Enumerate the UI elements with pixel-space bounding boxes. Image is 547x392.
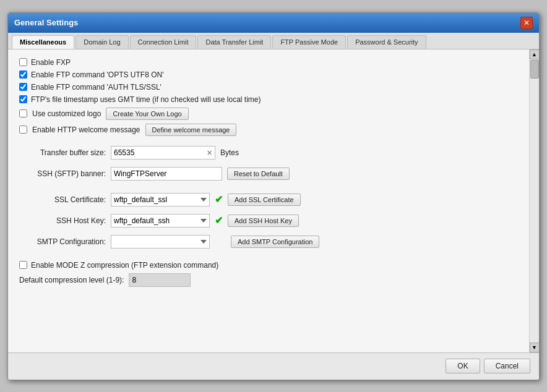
mode-z-label: Enable MODE Z compression (FTP extension… [31, 261, 218, 270]
cancel-button[interactable]: Cancel [484, 359, 530, 373]
enable-auth-tls-checkbox[interactable] [19, 83, 27, 91]
use-customized-logo-checkbox[interactable] [19, 109, 27, 117]
gmt-timestamp-label: FTP's file timestamp uses GMT time (if n… [31, 95, 261, 104]
enable-opts-utf8-row: Enable FTP command 'OPTS UTF8 ON' [19, 70, 528, 79]
enable-welcome-message-checkbox[interactable] [19, 126, 27, 134]
ssh-host-key-row: SSH Host Key: wftp_default_ssh ✔ Add SSH… [19, 214, 528, 228]
transfer-buffer-label: Transfer buffer size: [19, 148, 106, 157]
enable-auth-tls-label: Enable FTP command 'AUTH TLS/SSL' [31, 83, 162, 92]
close-button[interactable]: ✕ [520, 17, 533, 29]
enable-opts-utf8-label: Enable FTP command 'OPTS UTF8 ON' [31, 70, 163, 79]
add-ssh-host-key-button[interactable]: Add SSH Host Key [228, 215, 299, 227]
window-title: General Settings [14, 18, 78, 27]
ssl-certificate-check-icon: ✔ [215, 194, 223, 205]
smtp-config-label: SMTP Configuration: [19, 237, 106, 246]
gmt-timestamp-checkbox[interactable] [19, 95, 27, 103]
tab-domain-log[interactable]: Domain Log [75, 35, 128, 49]
scroll-up-arrow[interactable]: ▲ [530, 49, 540, 59]
tab-miscellaneous[interactable]: Miscellaneous [12, 35, 74, 49]
welcome-message-row: Enable HTTP welcome message Define welco… [19, 124, 528, 136]
use-customized-logo-label: Use customized logo [32, 109, 101, 118]
enable-fxp-label: Enable FXP [31, 58, 71, 67]
ssl-certificate-select[interactable]: wftp_default_ssl [111, 193, 210, 207]
enable-welcome-message-label: Enable HTTP welcome message [32, 126, 140, 134]
tab-data-transfer-limit[interactable]: Data Transfer Limit [197, 35, 271, 49]
ssl-certificate-row: SSL Certificate: wftp_default_ssl ✔ Add … [19, 193, 528, 207]
footer: OK Cancel [8, 352, 539, 380]
scroll-thumb[interactable] [530, 60, 539, 79]
mode-z-row: Enable MODE Z compression (FTP extension… [19, 261, 528, 270]
enable-fxp-checkbox[interactable] [19, 58, 27, 66]
ssl-certificate-label: SSL Certificate: [19, 195, 106, 204]
transfer-buffer-input-wrapper: ✕ [111, 146, 215, 160]
tab-password-security[interactable]: Password & Security [347, 35, 426, 49]
scroll-track [530, 60, 539, 342]
scroll-content: Enable FXP Enable FTP command 'OPTS UTF8… [19, 58, 528, 344]
smtp-config-row: SMTP Configuration: Add SMTP Configurati… [19, 235, 528, 249]
transfer-buffer-unit: Bytes [220, 148, 239, 157]
mode-z-checkbox[interactable] [19, 261, 27, 269]
ssh-banner-input[interactable] [111, 167, 222, 181]
gmt-timestamp-row: FTP's file timestamp uses GMT time (if n… [19, 95, 528, 104]
add-smtp-config-button[interactable]: Add SMTP Configuration [231, 236, 319, 248]
compression-level-input[interactable] [129, 273, 191, 287]
tab-connection-limit[interactable]: Connection Limit [130, 35, 197, 49]
transfer-buffer-row: Transfer buffer size: ✕ Bytes [19, 146, 528, 160]
ssh-host-key-label: SSH Host Key: [19, 216, 106, 225]
logo-row: Use customized logo Create Your Own Logo [19, 108, 528, 120]
define-welcome-button[interactable]: Define welcome message [145, 124, 237, 136]
smtp-config-select[interactable] [111, 235, 210, 249]
transfer-buffer-clear[interactable]: ✕ [204, 146, 215, 160]
reset-to-default-button[interactable]: Reset to Default [227, 168, 290, 180]
create-logo-button[interactable]: Create Your Own Logo [106, 108, 188, 120]
enable-auth-tls-row: Enable FTP command 'AUTH TLS/SSL' [19, 83, 528, 92]
scroll-down-arrow[interactable]: ▼ [530, 343, 540, 352]
ssh-banner-label: SSH (SFTP) banner: [19, 169, 106, 178]
general-settings-window: General Settings ✕ Miscellaneous Domain … [7, 12, 540, 380]
tab-bar: Miscellaneous Domain Log Connection Limi… [8, 33, 539, 49]
ssh-host-key-check-icon: ✔ [215, 215, 223, 226]
scrollbar: ▲ ▼ [529, 49, 539, 352]
title-bar: General Settings ✕ [8, 13, 539, 33]
add-ssl-certificate-button[interactable]: Add SSL Certificate [228, 194, 301, 206]
enable-opts-utf8-checkbox[interactable] [19, 70, 27, 79]
ok-button[interactable]: OK [446, 359, 480, 373]
enable-fxp-row: Enable FXP [19, 58, 528, 67]
ssh-banner-row: SSH (SFTP) banner: Reset to Default [19, 167, 528, 181]
content-area: Enable FXP Enable FTP command 'OPTS UTF8… [8, 49, 539, 352]
ssh-host-key-select[interactable]: wftp_default_ssh [111, 214, 210, 228]
compression-level-row: Default compression level (1-9): [19, 273, 528, 287]
compression-level-label: Default compression level (1-9): [19, 276, 124, 284]
transfer-buffer-input[interactable] [111, 147, 204, 158]
tab-ftp-passive-mode[interactable]: FTP Passive Mode [272, 35, 346, 49]
